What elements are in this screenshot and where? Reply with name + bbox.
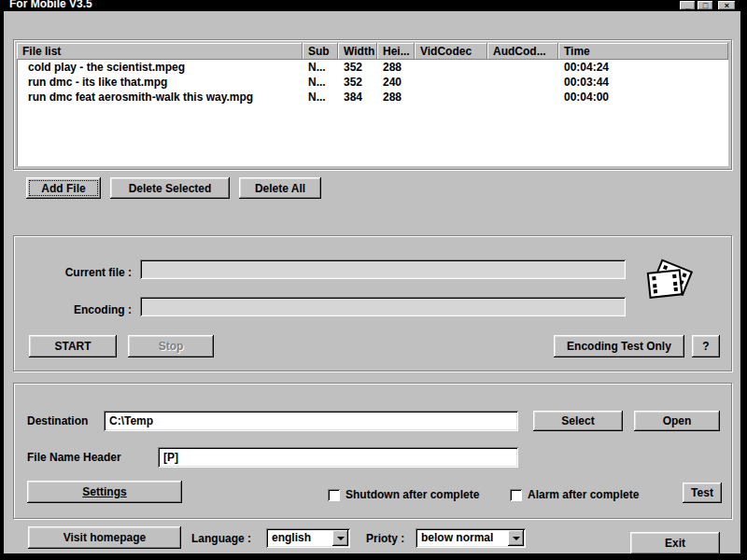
add-file-button[interactable]: Add File xyxy=(26,177,101,199)
settings-button[interactable]: Settings xyxy=(27,481,182,503)
file-sub: N... xyxy=(303,75,338,90)
current-file-field[interactable] xyxy=(140,259,626,279)
desktop: { "window": { "title": "For Mobile V3.5"… xyxy=(0,0,747,560)
exit-button[interactable]: Exit xyxy=(630,532,720,554)
file-vidcodec xyxy=(415,75,487,90)
app-window: File list Sub Width Hei... VidCodec AudC… xyxy=(4,11,740,553)
file-list-header: File list Sub Width Hei... VidCodec AudC… xyxy=(17,43,728,60)
language-label: Language : xyxy=(191,529,251,549)
column-header-width[interactable]: Width xyxy=(338,43,377,60)
column-header-audcodec[interactable]: AudCod... xyxy=(487,43,558,60)
file-list-panel: File list Sub Width Hei... VidCodec AudC… xyxy=(13,39,732,170)
alarm-checkbox[interactable] xyxy=(510,489,522,501)
start-button[interactable]: START xyxy=(29,335,117,357)
test-button[interactable]: Test xyxy=(683,483,722,503)
file-name-header-field[interactable] xyxy=(158,447,518,468)
settings-button-label: Settings xyxy=(82,485,126,498)
chevron-down-icon[interactable] xyxy=(332,530,348,546)
destination-field[interactable] xyxy=(104,411,518,431)
delete-selected-button[interactable]: Delete Selected xyxy=(110,177,230,199)
column-header-sub[interactable]: Sub xyxy=(303,43,338,60)
encoding-label: Encoding : xyxy=(74,301,132,320)
delete-all-button[interactable]: Delete All xyxy=(239,177,321,199)
shutdown-checkbox[interactable] xyxy=(328,489,340,501)
file-list[interactable]: File list Sub Width Hei... VidCodec AudC… xyxy=(17,43,728,166)
encoding-group: Current file : Encoding : START Stop Enc xyxy=(13,235,732,371)
file-audcodec xyxy=(487,60,558,75)
visit-homepage-button[interactable]: Visit homepage xyxy=(28,526,181,549)
priority-dropdown[interactable]: below normal xyxy=(416,528,526,548)
maximize-button[interactable]: □ xyxy=(698,1,713,10)
chevron-down-icon[interactable] xyxy=(508,530,524,546)
title-bar[interactable]: For Mobile V3.5 _ □ × xyxy=(4,0,743,11)
window-title: For Mobile V3.5 xyxy=(9,0,92,10)
file-vidcodec xyxy=(415,60,487,75)
column-header-file-list[interactable]: File list xyxy=(17,43,303,60)
film-icon xyxy=(641,249,698,307)
file-width: 352 xyxy=(338,60,377,75)
file-vidcodec xyxy=(415,90,487,105)
file-time: 00:03:44 xyxy=(558,75,728,90)
file-width: 384 xyxy=(338,90,377,105)
file-row[interactable]: run dmc - its like that.mpg N... 352 240… xyxy=(17,75,728,90)
file-sub: N... xyxy=(303,90,338,105)
column-header-height[interactable]: Hei... xyxy=(377,43,415,60)
current-file-label: Current file : xyxy=(65,263,132,283)
language-dropdown[interactable]: english xyxy=(266,528,350,548)
file-time: 00:04:24 xyxy=(558,60,728,75)
file-name: run dmc - its like that.mpg xyxy=(17,75,303,90)
file-name: run dmc feat aerosmith-walk this way.mpg xyxy=(17,90,303,105)
file-audcodec xyxy=(487,90,558,105)
open-button[interactable]: Open xyxy=(634,411,720,431)
language-selected-value: english xyxy=(272,531,311,544)
file-height: 288 xyxy=(377,60,415,75)
destination-label: Destination xyxy=(27,411,88,431)
file-row[interactable]: cold play - the scientist.mpeg N... 352 … xyxy=(17,60,728,75)
output-group: Destination Select Open File Name Header… xyxy=(13,383,732,519)
shutdown-checkbox-label[interactable]: Shutdown after complete xyxy=(345,489,479,501)
file-time: 00:04:00 xyxy=(558,90,728,105)
file-name: cold play - the scientist.mpeg xyxy=(17,60,303,75)
help-button[interactable]: ? xyxy=(692,335,720,357)
stop-button: Stop xyxy=(128,335,214,357)
file-width: 352 xyxy=(338,75,377,90)
priority-selected-value: below normal xyxy=(421,531,493,544)
encoding-test-only-button[interactable]: Encoding Test Only xyxy=(554,335,684,357)
file-name-header-label: File Name Header xyxy=(27,447,121,468)
file-audcodec xyxy=(487,75,558,90)
file-height: 288 xyxy=(377,90,415,105)
file-height: 240 xyxy=(377,75,415,90)
close-button[interactable]: × xyxy=(718,1,736,10)
encoding-field[interactable] xyxy=(140,297,626,316)
priority-label: Prioty : xyxy=(366,529,404,549)
alarm-checkbox-label[interactable]: Alarm after complete xyxy=(528,489,639,501)
select-button[interactable]: Select xyxy=(533,411,623,431)
file-row[interactable]: run dmc feat aerosmith-walk this way.mpg… xyxy=(17,90,728,105)
minimize-button[interactable]: _ xyxy=(680,1,696,10)
column-header-vidcodec[interactable]: VidCodec xyxy=(415,43,487,60)
column-header-time[interactable]: Time xyxy=(558,43,728,60)
file-sub: N... xyxy=(303,60,338,75)
